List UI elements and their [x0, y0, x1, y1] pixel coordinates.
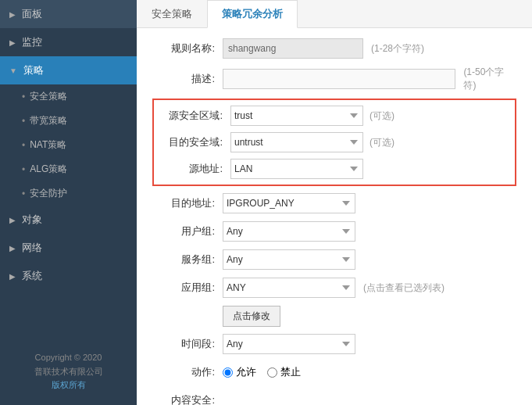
action-allow-label: 允许: [236, 365, 256, 379]
rule-name-row: 规则名称: (1-28个字符): [152, 38, 516, 59]
copyright-line1: Copyright © 2020: [9, 351, 127, 365]
copyright-section: Copyright © 2020 普联技术有限公司 版权所有: [0, 339, 137, 405]
action-control: 允许 禁止: [223, 365, 516, 379]
modify-button[interactable]: 点击修改: [223, 306, 280, 327]
source-addr-label: 源地址:: [160, 162, 230, 176]
dest-zone-row: 目的安全域: untrust trust DMZ 管理区 (可选): [160, 131, 509, 153]
time-period-label: 时间段:: [152, 337, 223, 351]
source-zone-select[interactable]: trust untrust DMZ 管理区: [230, 106, 363, 126]
form-area: 规则名称: (1-28个字符) 描述: (1-50个字符) 源安全区域: tru…: [137, 28, 532, 405]
sidebar-subitem-nat-policy[interactable]: NAT策略: [22, 133, 137, 157]
action-deny-radio[interactable]: [267, 367, 277, 378]
action-allow-radio[interactable]: [223, 367, 233, 378]
security-protection-label: 安全防护: [30, 187, 67, 200]
service-group-control: Any HTTP HTTPS FTP: [223, 249, 516, 270]
service-group-select[interactable]: Any HTTP HTTPS FTP: [223, 249, 355, 270]
content-security-label-row: 内容安全:: [152, 389, 516, 405]
action-deny-option[interactable]: 禁止: [267, 365, 301, 379]
user-group-label: 用户组:: [152, 224, 223, 238]
red-border-section: 源安全区域: trust untrust DMZ 管理区 (可选) 目的安全域:: [152, 99, 516, 186]
policy-arrow-icon: ▼: [9, 66, 17, 75]
source-zone-hint: (可选): [370, 109, 395, 123]
system-arrow-icon: ▶: [9, 272, 16, 281]
dest-addr-label: 目的地址:: [152, 196, 223, 210]
source-addr-select[interactable]: LAN IPGROUP_ANY any: [230, 159, 363, 179]
description-control: (1-50个字符): [223, 66, 516, 92]
dest-zone-hint: (可选): [370, 136, 395, 149]
sidebar-item-network-label: 网络: [22, 241, 127, 255]
sidebar: ▶ 面板 ▶ 监控 ▼ 策略 安全策略 带宽策略 NAT策略 ALG策略 安全防…: [0, 0, 137, 405]
description-row: 描述: (1-50个字符): [152, 66, 516, 92]
sidebar-item-monitor[interactable]: ▶ 监控: [0, 28, 137, 56]
source-addr-control: LAN IPGROUP_ANY any: [230, 159, 509, 179]
policy-subitems: 安全策略 带宽策略 NAT策略 ALG策略 安全防护: [0, 84, 137, 206]
dest-zone-select[interactable]: untrust trust DMZ 管理区: [230, 132, 363, 152]
sidebar-item-system[interactable]: ▶ 系统: [0, 262, 137, 290]
user-group-control: Any: [223, 221, 516, 242]
sidebar-item-policy[interactable]: ▼ 策略: [0, 56, 137, 84]
copyright-line2: 普联技术有限公司: [9, 365, 127, 379]
service-group-label: 服务组:: [152, 253, 223, 267]
sidebar-subitem-security-protection[interactable]: 安全防护: [22, 181, 137, 206]
rule-name-hint: (1-28个字符): [371, 42, 424, 56]
monitor-arrow-icon: ▶: [9, 38, 16, 47]
sidebar-item-panel-label: 面板: [22, 7, 127, 21]
app-group-control: ANY 其他 (点击查看已选列表): [223, 278, 516, 298]
time-period-control: Any 工作时间 非工作时间: [223, 334, 516, 354]
sidebar-item-monitor-label: 监控: [22, 35, 127, 49]
main-content: 安全策略 策略冗余分析 规则名称: (1-28个字符) 描述: (1-50个字符…: [137, 0, 532, 405]
sidebar-item-object-label: 对象: [22, 213, 127, 227]
rule-name-input[interactable]: [223, 38, 363, 59]
sidebar-item-policy-label: 策略: [23, 63, 127, 77]
sidebar-subitem-bandwidth-policy[interactable]: 带宽策略: [22, 109, 137, 133]
dest-addr-row: 目的地址: IPGROUP_ANY LAN any: [152, 192, 516, 214]
modify-btn-control: 点击修改: [223, 306, 516, 327]
description-input[interactable]: [223, 69, 455, 89]
user-group-select[interactable]: Any: [223, 221, 355, 242]
description-hint: (1-50个字符): [463, 66, 516, 92]
tab-security-policy[interactable]: 安全策略: [137, 0, 207, 28]
dest-zone-control: untrust trust DMZ 管理区 (可选): [230, 132, 509, 152]
action-allow-option[interactable]: 允许: [223, 365, 256, 379]
tab-redundancy-analysis[interactable]: 策略冗余分析: [207, 0, 298, 28]
source-zone-control: trust untrust DMZ 管理区 (可选): [230, 106, 509, 126]
action-radio-group: 允许 禁止: [223, 365, 301, 379]
description-label: 描述:: [152, 72, 223, 86]
app-group-row: 应用组: ANY 其他 (点击查看已选列表): [152, 277, 516, 299]
security-policy-label: 安全策略: [30, 90, 67, 103]
tab-bar: 安全策略 策略冗余分析: [137, 0, 532, 28]
service-group-row: 服务组: Any HTTP HTTPS FTP: [152, 249, 516, 271]
action-deny-label: 禁止: [280, 365, 301, 379]
alg-policy-label: ALG策略: [30, 163, 67, 176]
sidebar-item-object[interactable]: ▶ 对象: [0, 206, 137, 234]
sidebar-item-panel[interactable]: ▶ 面板: [0, 0, 137, 28]
copyright-line3[interactable]: 版权所有: [52, 380, 86, 389]
dest-addr-select[interactable]: IPGROUP_ANY LAN any: [223, 193, 355, 213]
dest-zone-label: 目的安全域:: [160, 135, 230, 149]
action-label: 动作:: [152, 365, 223, 379]
sidebar-subitem-alg-policy[interactable]: ALG策略: [22, 157, 137, 181]
app-group-label: 应用组:: [152, 281, 223, 295]
object-arrow-icon: ▶: [9, 216, 16, 224]
panel-arrow-icon: ▶: [9, 10, 16, 19]
modify-btn-row: 点击修改: [152, 305, 516, 327]
source-addr-row: 源地址: LAN IPGROUP_ANY any: [160, 158, 509, 180]
app-group-select[interactable]: ANY 其他: [223, 278, 355, 298]
bandwidth-policy-label: 带宽策略: [30, 114, 67, 127]
sidebar-item-network[interactable]: ▶ 网络: [0, 234, 137, 262]
content-security-label: 内容安全:: [152, 393, 223, 405]
app-group-hint: (点击查看已选列表): [363, 281, 445, 295]
time-period-row: 时间段: Any 工作时间 非工作时间: [152, 333, 516, 355]
sidebar-item-system-label: 系统: [22, 269, 127, 283]
sidebar-subitem-security-policy[interactable]: 安全策略: [22, 84, 137, 109]
dest-addr-control: IPGROUP_ANY LAN any: [223, 193, 516, 213]
source-zone-row: 源安全区域: trust untrust DMZ 管理区 (可选): [160, 105, 509, 127]
action-row: 动作: 允许 禁止: [152, 361, 516, 383]
rule-name-control: (1-28个字符): [223, 38, 516, 59]
source-zone-label: 源安全区域:: [160, 109, 230, 123]
time-period-select[interactable]: Any 工作时间 非工作时间: [223, 334, 355, 354]
nat-policy-label: NAT策略: [30, 138, 66, 152]
user-group-row: 用户组: Any: [152, 220, 516, 242]
rule-name-label: 规则名称:: [152, 41, 223, 56]
network-arrow-icon: ▶: [9, 244, 16, 253]
